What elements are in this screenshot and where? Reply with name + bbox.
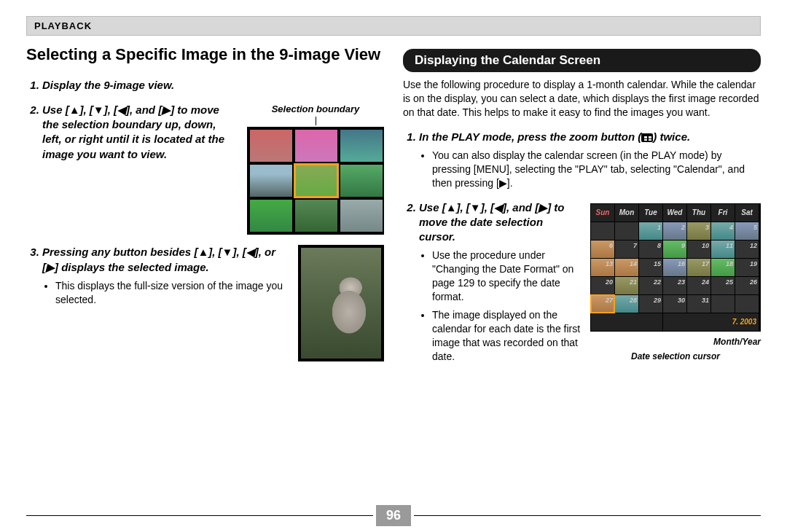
thumb-6	[340, 165, 383, 197]
cal-day: 5	[735, 222, 759, 240]
calendar-intro: Use the following procedure to display a…	[403, 78, 761, 120]
cal-day: 14	[615, 259, 638, 276]
cal-day: 10	[687, 240, 710, 258]
cal-hdr-mon: Mon	[615, 204, 638, 222]
cal-hdr-fri: Fri	[711, 204, 735, 222]
page-columns: Selecting a Specific Image in the 9-imag…	[0, 36, 787, 378]
cal-day	[591, 222, 614, 240]
right-step-1-text-a: In the PLAY mode, press the zoom button …	[419, 130, 641, 143]
page-footer: 96	[0, 505, 787, 526]
cal-day: 22	[639, 277, 662, 294]
cal-day: 7	[615, 240, 638, 258]
right-step-1: In the PLAY mode, press the zoom button …	[419, 130, 761, 190]
left-step-1-text: Display the 9-image view.	[42, 79, 174, 91]
right-step-2-bullet-1: Use the procedure under "Changing the Da…	[432, 249, 582, 304]
page-number: 96	[376, 505, 411, 526]
footer-rule-left	[26, 515, 373, 516]
cal-day	[615, 222, 638, 240]
thumb-8	[295, 200, 337, 232]
selected-image-example	[298, 245, 384, 361]
cal-day: 12	[735, 240, 759, 258]
cal-day: 25	[711, 277, 735, 294]
thumb-2	[295, 130, 337, 162]
right-step-1-text-b: ) twice.	[653, 130, 690, 143]
left-title: Selecting a Specific Image in the 9-imag…	[26, 44, 384, 65]
cal-hdr-wed: Wed	[663, 204, 686, 222]
cal-day: 31	[687, 295, 710, 313]
right-steps: In the PLAY mode, press the zoom button …	[403, 130, 761, 368]
right-step-2-text: Use [▲], [▼], [◀], and [▶] to move the d…	[419, 201, 565, 243]
cal-day: 23	[663, 277, 686, 294]
left-step-3-bullet: This displays the full-size version of t…	[55, 279, 289, 307]
cal-day: 1	[639, 222, 662, 240]
right-step-2-bullet-2: The image displayed on the calendar for …	[432, 308, 582, 364]
cal-day: 11	[711, 240, 735, 258]
cal-day: 16	[663, 259, 686, 276]
thumb-5-selected	[295, 165, 337, 197]
month-year-caption: Month/Year	[590, 336, 761, 348]
cal-day: 8	[639, 240, 662, 258]
cal-day: 17	[687, 259, 710, 276]
cal-day-cursor: 27	[591, 295, 614, 313]
cal-hdr-sun: Sun	[591, 204, 614, 222]
cal-day: 13	[591, 259, 614, 276]
cal-hdr-tue: Tue	[639, 204, 662, 222]
cal-day: 20	[591, 277, 614, 294]
cal-day: 9	[663, 240, 686, 258]
cat-photo	[301, 248, 381, 359]
cal-day: 29	[639, 295, 662, 313]
left-steps: Display the 9-image view. Use [▲], [▼], …	[26, 78, 384, 362]
left-step-3: Pressing any button besides [▲], [▼], [◀…	[42, 245, 384, 361]
cal-day: 30	[663, 295, 686, 313]
nine-image-figure: Selection boundary	[247, 103, 384, 235]
cal-month-year: 7. 2003	[663, 313, 759, 331]
cal-hdr-thu: Thu	[687, 204, 710, 222]
footer-rule-right	[414, 515, 761, 516]
cal-footer-pad	[591, 313, 662, 331]
cal-day: 3	[687, 222, 710, 240]
cal-hdr-sat: Sat	[735, 204, 759, 222]
date-cursor-caption: Date selection cursor	[590, 351, 761, 362]
cal-day: 15	[639, 259, 662, 276]
cal-day: 4	[711, 222, 735, 240]
cal-day: 6	[591, 240, 614, 258]
left-step-3-text: Pressing any button besides [▲], [▼], [◀…	[42, 246, 275, 273]
right-step-1-bullet: You can also display the calendar screen…	[432, 149, 761, 190]
left-column: Selecting a Specific Image in the 9-imag…	[26, 44, 384, 378]
cal-day: 19	[735, 259, 759, 276]
cal-day	[735, 295, 759, 313]
thumb-4	[250, 165, 292, 197]
thumb-9	[340, 200, 383, 232]
cal-day: 21	[615, 277, 638, 294]
cal-day: 26	[735, 277, 759, 294]
section-header-text: PLAYBACK	[34, 20, 92, 31]
right-step-2: Use [▲], [▼], [◀], and [▶] to move the d…	[419, 200, 761, 368]
left-step-2: Use [▲], [▼], [◀], and [▶] to move the s…	[42, 103, 384, 235]
section-header: PLAYBACK	[26, 16, 761, 36]
cal-day	[711, 295, 735, 313]
left-step-2-text: Use [▲], [▼], [◀], and [▶] to move the s…	[42, 103, 238, 162]
left-step-1: Display the 9-image view.	[42, 78, 384, 93]
calendar-grid: Sun Mon Tue Wed Thu Fri Sat 1 2	[590, 203, 761, 332]
cal-day: 18	[711, 259, 735, 276]
caption-pointer	[316, 117, 316, 125]
calendar-section-title: Displaying the Calendar Screen	[403, 49, 761, 72]
thumb-3	[340, 130, 383, 162]
zoom-multi-icon	[641, 133, 653, 142]
cal-day: 24	[687, 277, 710, 294]
calendar-figure: Sun Mon Tue Wed Thu Fri Sat 1 2	[590, 203, 761, 362]
cal-day: 28	[615, 295, 638, 313]
thumb-7	[250, 200, 292, 232]
right-column: Displaying the Calendar Screen Use the f…	[403, 44, 761, 378]
selection-boundary-caption: Selection boundary	[247, 103, 384, 116]
nine-image-grid	[247, 127, 384, 235]
cal-day: 2	[663, 222, 686, 240]
thumb-1	[250, 130, 292, 162]
